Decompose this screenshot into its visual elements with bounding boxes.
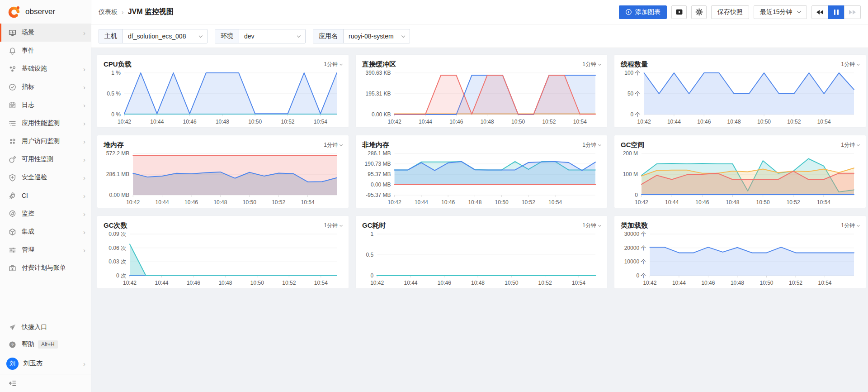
breadcrumb-dashboards[interactable]: 仪表板 xyxy=(99,8,118,16)
topbar-actions: 添加图表 xyxy=(619,5,861,19)
sidebar-item-monitoring[interactable]: 监控› xyxy=(0,205,91,223)
metrics-icon xyxy=(9,83,16,91)
svg-text:10:48: 10:48 xyxy=(731,280,744,286)
user-menu[interactable]: 刘 刘玉杰 › xyxy=(0,353,91,374)
svg-text:10:50: 10:50 xyxy=(248,119,262,125)
chart-plot-cpu-load[interactable]: 1 %0.5 %0 %10:4210:4410:4610:4810:5010:5… xyxy=(104,70,342,127)
svg-text:95.37 MB: 95.37 MB xyxy=(368,171,391,177)
chart-interval-dropdown[interactable]: 1分钟 xyxy=(582,61,601,68)
svg-text:10:54: 10:54 xyxy=(817,199,830,206)
chart-plot-non-heap-memory[interactable]: 286.1 MB190.73 MB95.37 MB0.00 MB-95.37 M… xyxy=(362,150,601,207)
chevron-right-icon: › xyxy=(83,66,85,72)
chart-plot-gc-time[interactable]: 10.5010:4210:4410:4610:4810:5010:5210:54 xyxy=(362,231,601,288)
chart-plot-class-loaded[interactable]: 30000 个20000 个10000 个0 个10:4210:4410:461… xyxy=(621,231,859,288)
save-snapshot-button[interactable]: 保存快照 xyxy=(711,5,749,19)
collapse-sidebar-button[interactable] xyxy=(0,374,91,392)
svg-text:190.73 MB: 190.73 MB xyxy=(365,161,391,167)
chart-interval-dropdown[interactable]: 1分钟 xyxy=(841,141,859,149)
sidebar-item-rum[interactable]: 用户访问监测› xyxy=(0,132,91,150)
sidebar-item-events[interactable]: 事件 xyxy=(0,42,91,60)
chart-interval-dropdown[interactable]: 1分钟 xyxy=(841,61,859,68)
sidebar-item-metrics[interactable]: 指标› xyxy=(0,78,91,96)
filter-select[interactable]: dev xyxy=(239,29,305,43)
filter-select[interactable]: df_solution_ecs_008 xyxy=(123,29,207,43)
svg-text:10:52: 10:52 xyxy=(282,280,296,286)
sidebar-item-infrastructure[interactable]: 基础设施› xyxy=(0,60,91,78)
sidebar-item-security[interactable]: 安全巡检› xyxy=(0,168,91,186)
filter-2: 应用名ruoyi-08-system xyxy=(313,29,410,43)
chart-plot-heap-memory[interactable]: 572.2 MB286.1 MB0.00 MB10:4210:4410:4610… xyxy=(104,150,342,207)
chart-grid: CPU负载1分钟1 %0.5 %0 %10:4210:4410:4610:481… xyxy=(97,54,863,289)
chart-interval-dropdown[interactable]: 1分钟 xyxy=(582,222,601,229)
chevron-down-icon xyxy=(340,62,343,65)
sidebar-footer-help[interactable]: ?帮助Alt+H xyxy=(0,336,91,353)
security-icon xyxy=(9,174,16,182)
chevron-down-icon xyxy=(857,62,860,65)
sidebar-item-scenes[interactable]: 场景› xyxy=(0,24,91,42)
svg-text:572.2 MB: 572.2 MB xyxy=(106,150,129,157)
svg-text:10:50: 10:50 xyxy=(757,119,771,125)
svg-text:0.5: 0.5 xyxy=(366,252,374,258)
chevron-right-icon: › xyxy=(83,138,85,145)
filter-select[interactable]: ruoyi-08-system xyxy=(344,29,410,43)
add-chart-button[interactable]: 添加图表 xyxy=(619,5,667,19)
svg-text:390.63 KB: 390.63 KB xyxy=(366,70,391,76)
chevron-right-icon: › xyxy=(83,174,85,181)
chart-title: 直接缓冲区 xyxy=(362,60,396,69)
chart-title: 类加载数 xyxy=(621,221,648,230)
forward-icon xyxy=(849,10,852,14)
chevron-right-icon: › xyxy=(83,247,85,253)
chart-plot-gc-space[interactable]: 200 M100 M010:4210:4410:4610:4810:5010:5… xyxy=(621,150,859,207)
svg-text:1 %: 1 % xyxy=(111,70,121,76)
svg-text:10:44: 10:44 xyxy=(150,119,164,125)
chevron-right-icon: › xyxy=(83,192,85,199)
sidebar-footer-shortcuts[interactable]: 快捷入口 xyxy=(0,319,91,336)
chart-interval-dropdown[interactable]: 1分钟 xyxy=(324,61,342,68)
chart-interval-dropdown[interactable]: 1分钟 xyxy=(841,222,859,229)
svg-text:10:54: 10:54 xyxy=(314,119,327,125)
chevron-down-icon xyxy=(199,33,203,37)
chart-interval-dropdown[interactable]: 1分钟 xyxy=(582,141,601,149)
sidebar-item-logs[interactable]: 日志› xyxy=(0,96,91,114)
monitoring-icon xyxy=(9,210,16,218)
time-range-dropdown[interactable]: 最近15分钟 xyxy=(754,5,807,19)
presentation-mode-button[interactable] xyxy=(671,5,687,19)
chart-plot-direct-buffer[interactable]: 390.63 KB195.31 KB0.00 KB10:4210:4410:46… xyxy=(362,70,601,127)
chevron-right-icon: › xyxy=(83,102,85,109)
chart-interval-dropdown[interactable]: 1分钟 xyxy=(324,222,342,229)
forward-button[interactable] xyxy=(844,5,861,19)
sidebar-item-availability[interactable]: 可用性监测› xyxy=(0,150,91,168)
integrations-icon xyxy=(9,228,16,236)
sidebar-item-label: 事件 xyxy=(22,47,34,55)
chart-title: CPU负载 xyxy=(104,60,132,69)
circle-plus-icon xyxy=(625,9,632,15)
sidebar-item-management[interactable]: 管理› xyxy=(0,241,91,259)
svg-text:100 M: 100 M xyxy=(623,171,638,177)
pause-button[interactable] xyxy=(828,5,844,19)
chart-interval-dropdown[interactable]: 1分钟 xyxy=(324,141,342,149)
chart-card-header: 堆内存1分钟 xyxy=(104,139,342,150)
chart-plot-thread-count[interactable]: 100 个50 个0 个10:4210:4410:4610:4810:5010:… xyxy=(621,70,859,127)
sidebar-item-ci[interactable]: CI› xyxy=(0,186,91,205)
chart-title: GC空间 xyxy=(621,141,645,149)
chevron-right-icon: › xyxy=(83,360,85,367)
chevron-down-icon xyxy=(598,143,601,146)
settings-button[interactable] xyxy=(691,5,707,19)
shortcut-key-badge: Alt+H xyxy=(38,340,58,349)
svg-text:286.1 MB: 286.1 MB xyxy=(106,171,129,177)
video-play-icon xyxy=(675,8,683,16)
sidebar-item-apm[interactable]: 应用性能监测› xyxy=(0,114,91,132)
chart-plot-gc-count[interactable]: 0.09 次0.06 次0.03 次0 次10:4210:4410:4610:4… xyxy=(104,231,342,288)
sidebar-footer-items: 快捷入口?帮助Alt+H xyxy=(0,319,91,353)
chart-card-header: GC空间1分钟 xyxy=(621,139,859,150)
chevron-down-icon xyxy=(857,223,860,226)
filter-value: df_solution_ecs_008 xyxy=(128,33,186,40)
svg-text:10:52: 10:52 xyxy=(281,119,294,125)
sidebar-item-integrations[interactable]: 集成› xyxy=(0,223,91,241)
sidebar-item-billing[interactable]: 付费计划与账单 xyxy=(0,259,91,277)
svg-text:10:50: 10:50 xyxy=(250,280,264,286)
svg-text:10:46: 10:46 xyxy=(183,119,197,125)
sidebar-item-label: 场景 xyxy=(22,29,34,37)
rewind-button[interactable] xyxy=(811,5,828,19)
svg-text:10:50: 10:50 xyxy=(505,280,518,286)
